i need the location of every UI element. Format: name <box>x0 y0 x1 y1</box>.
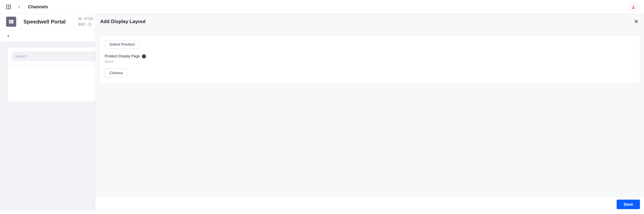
id-value: 47721 <box>84 17 94 21</box>
panel-footer: Save <box>95 196 644 210</box>
svg-rect-3 <box>10 22 12 22</box>
panel-title: Add Display Layout <box>100 19 146 24</box>
secondary-back-button[interactable] <box>6 34 11 38</box>
select-product-button[interactable]: Select Product <box>105 40 140 49</box>
erc-label: ERC: <box>78 23 86 26</box>
apps-grid-icon[interactable] <box>6 4 11 9</box>
panel-card: Select Product Product Display Page ? No… <box>99 35 640 84</box>
choose-button[interactable]: Choose <box>105 69 128 78</box>
field-label-row: Product Display Page ? <box>105 54 634 58</box>
back-button[interactable] <box>17 4 22 9</box>
layout-icon <box>8 19 14 24</box>
svg-point-0 <box>633 5 634 7</box>
help-icon[interactable]: ? <box>142 54 146 58</box>
product-display-page-value: None <box>105 60 634 64</box>
svg-rect-4 <box>10 22 12 23</box>
product-display-page-label: Product Display Page <box>105 54 140 58</box>
close-icon <box>634 19 638 24</box>
slide-panel: Add Display Layout Select Product Produc… <box>95 14 644 210</box>
chevron-left-icon <box>18 6 21 8</box>
panel-header: Add Display Layout <box>95 14 644 30</box>
id-label: ID: <box>78 17 82 21</box>
channel-meta: ID: 47721 ERC: ? <box>73 17 93 26</box>
channel-icon <box>6 16 16 27</box>
help-icon[interactable]: ? <box>88 23 92 26</box>
user-icon <box>631 5 636 9</box>
top-header: Channels <box>0 0 644 14</box>
svg-rect-2 <box>10 21 11 21</box>
channel-erc-row: ERC: ? <box>78 23 93 26</box>
page-title: Channels <box>28 4 48 10</box>
panel-body: Select Product Product Display Page ? No… <box>95 30 644 196</box>
choose-btn-wrap: Choose <box>105 69 634 78</box>
save-button[interactable]: Save <box>617 200 640 209</box>
channel-id-row: ID: 47721 <box>78 17 93 21</box>
top-header-left: Channels <box>6 4 48 10</box>
channel-title: Speedwell Portal <box>24 19 66 25</box>
user-avatar[interactable] <box>629 2 638 11</box>
close-button[interactable] <box>634 19 639 24</box>
chevron-left-icon <box>7 34 10 37</box>
